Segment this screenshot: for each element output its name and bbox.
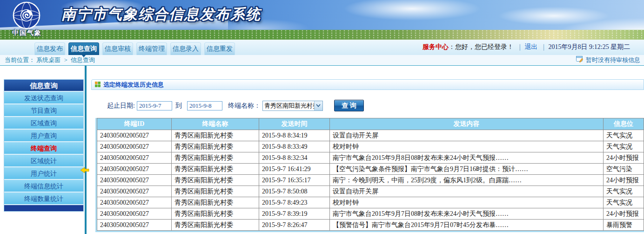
pending-audit-text: 暂时没有待审核信息 [586, 56, 640, 64]
sidebar-menu: 信息查询 发送状态查询 节目查询 区域查询 用户查询 终端查询 区域统计 用户统… [4, 79, 84, 212]
cell-terminal-name: 青秀区南阳新光村委 [172, 175, 259, 186]
history-table-wrapper: 终端ID 终端名称 发送时间 发送内容 信息位 240305002005027 … [95, 118, 644, 232]
separator: ｜ [541, 43, 547, 50]
cell-terminal-name: 青秀区南阳新光村委 [172, 197, 259, 208]
sidebar-item-send-status-query[interactable]: 发送状态查询 [4, 92, 83, 104]
cell-info-slot: 天气实况 [604, 141, 644, 152]
panel-title: 选定终端发送历史信息 [103, 81, 164, 89]
cell-info-slot: 24小时预报 [604, 175, 644, 186]
table-header-row: 终端ID 终端名称 发送时间 发送内容 信息位 [97, 118, 644, 130]
nav-tabs: 信息发布 信息查询 信息审核 终端管理 信息录入 信息重发 [34, 42, 235, 55]
cell-terminal-id: 240305002005027 [97, 141, 172, 152]
table-row[interactable]: 240305002005027 青秀区南阳新光村委 2015-9-8 8:33:… [97, 141, 644, 152]
sidebar-item-user-query[interactable]: 用户查询 [4, 130, 83, 142]
cell-send-content: 【空气污染气象条件预报】南宁市气象台9月7日16时提供：预计…… [330, 164, 604, 175]
tab-info-entry[interactable]: 信息录入 [170, 42, 201, 55]
tab-terminal-manage[interactable]: 终端管理 [136, 42, 167, 55]
table-row[interactable]: 240305002005027 青秀区南阳新光村委 2015-9-7 8:26:… [97, 220, 644, 231]
history-table: 终端ID 终端名称 发送时间 发送内容 信息位 240305002005027 … [97, 118, 644, 231]
cell-terminal-name: 青秀区南阳新光村委 [172, 164, 259, 175]
date-from-input[interactable] [137, 101, 172, 110]
breadcrumb-label: 当前位置： [5, 56, 35, 63]
sidebar-item-terminal-query[interactable]: 终端查询 [4, 142, 83, 155]
search-button[interactable]: 查 询 [334, 100, 364, 111]
cell-send-content: 【预警信号】南宁市气象台2015年9月7日07时45分发布暴…… [330, 220, 604, 231]
cell-terminal-name: 青秀区南阳新光村委 [172, 208, 259, 220]
table-row[interactable]: 240305002005027 青秀区南阳新光村委 2015-9-7 16:35… [97, 175, 644, 186]
sidebar-item-region-stats[interactable]: 区域统计 [4, 155, 83, 167]
cell-info-slot: 天气实况 [604, 130, 644, 141]
cell-terminal-id: 240305002005027 [97, 130, 172, 141]
cell-terminal-name: 青秀区南阳新光村委 [172, 220, 259, 231]
main-nav: 信息发布 信息查询 信息审核 终端管理 信息录入 信息重发 服务中心：您好，您已… [0, 40, 644, 55]
breadcrumb-home[interactable]: 系统桌面 [36, 56, 60, 63]
logout-link[interactable]: 退出 [524, 43, 537, 50]
terminal-select[interactable]: 青秀区南阳新光村委 [262, 101, 323, 111]
col-send-content: 发送内容 [330, 118, 604, 130]
cell-terminal-name: 青秀区南阳新光村委 [172, 141, 259, 152]
terminal-name-label: 终端名称： [228, 102, 261, 110]
cell-send-time: 2015-9-8 8:32:34 [259, 152, 330, 164]
col-terminal-id: 终端ID [97, 118, 172, 130]
cell-terminal-id: 240305002005027 [97, 164, 172, 175]
sidebar-item-terminal-count-stats[interactable]: 终端数量统计 [4, 193, 83, 205]
grid-icon [95, 81, 101, 89]
login-greeting: ：您好，您已经登录！ [449, 43, 514, 50]
tab-info-query[interactable]: 信息查询 [68, 42, 99, 55]
cell-terminal-id: 240305002005027 [97, 152, 172, 164]
cell-send-content: 设置自动开关屏 [330, 130, 604, 141]
cell-terminal-name: 青秀区南阳新光村委 [172, 186, 259, 197]
table-row[interactable]: 240305002005027 青秀区南阳新光村委 2015-9-7 8:50:… [97, 186, 644, 197]
table-row[interactable]: 240305002005027 青秀区南阳新光村委 2015-9-7 8:39:… [97, 208, 644, 220]
cell-info-slot: 24小时预报 [604, 208, 644, 220]
to-label: 到 [175, 102, 182, 110]
tab-info-resend[interactable]: 信息重发 [204, 42, 235, 55]
cell-terminal-name: 青秀区南阳新光村委 [172, 130, 259, 141]
banner: 中国气象 南宁市气象综合信息发布系统 [0, 0, 644, 40]
cell-terminal-id: 240305002005027 [97, 220, 172, 231]
col-info-slot: 信息位 [604, 118, 644, 130]
cell-terminal-id: 240305002005027 [97, 208, 172, 220]
date-to-input[interactable] [187, 101, 222, 110]
sidebar-item-terminal-info-stats[interactable]: 终端信息统计 [4, 180, 83, 193]
table-row[interactable]: 240305002005027 青秀区南阳新光村委 2015-9-8 8:34:… [97, 130, 644, 141]
cell-info-slot: 24小时预报 [604, 152, 644, 164]
breadcrumb-current: 信息查询 [71, 56, 95, 63]
panel-header: 选定终端发送历史信息 [91, 79, 644, 90]
cell-info-slot: 暴雨预警 [604, 220, 644, 231]
cma-logo-icon [12, 1, 41, 30]
sidebar-item-program-query[interactable]: 节目查询 [4, 104, 83, 117]
sidebar-footer-bar [4, 205, 83, 211]
cell-send-time: 2015-9-7 8:39:19 [259, 208, 330, 220]
cell-send-time: 2015-9-7 16:41:29 [259, 164, 330, 175]
sidebar-item-user-stats[interactable]: 用户统计 [4, 167, 83, 180]
cell-info-slot: 天气实况 [604, 186, 644, 197]
content-divider [85, 66, 87, 234]
cell-send-time: 2015-9-8 8:34:19 [259, 130, 330, 141]
cell-send-time: 2015-9-7 8:49:23 [259, 197, 330, 208]
cell-send-content: 设置自动开关屏 [330, 186, 604, 197]
cell-terminal-id: 240305002005027 [97, 197, 172, 208]
table-row[interactable]: 240305002005027 青秀区南阳新光村委 2015-9-7 8:49:… [97, 197, 644, 208]
terminal-select-value: 青秀区南阳新光村委 [263, 102, 314, 110]
sidebar-collapse-arrow-icon[interactable] [80, 167, 89, 175]
cell-send-time: 2015-9-8 8:33:49 [259, 141, 330, 152]
user-info-bar: 服务中心：您好，您已经登录！ ｜退出 ｜2015年9月8日 9:12:25 星期… [423, 43, 630, 51]
tab-info-audit[interactable]: 信息审核 [102, 42, 133, 55]
breadcrumb: 当前位置： 系统桌面 > 信息查询 [0, 55, 644, 66]
sidebar-title: 信息查询 [4, 80, 83, 92]
pending-audit-notice: 暂时没有待审核信息 [576, 56, 640, 64]
table-row[interactable]: 240305002005027 青秀区南阳新光村委 2015-9-8 8:32:… [97, 152, 644, 164]
chevron-down-icon[interactable] [314, 101, 322, 110]
cell-info-slot: 天气实况 [604, 197, 644, 208]
service-center-label: 服务中心 [423, 43, 449, 50]
cell-terminal-id: 240305002005027 [97, 175, 172, 186]
table-row[interactable]: 240305002005027 青秀区南阳新光村委 2015-9-7 16:41… [97, 164, 644, 175]
tab-info-publish[interactable]: 信息发布 [34, 42, 65, 55]
cell-send-content: 校对时钟 [330, 197, 604, 208]
cell-send-content: 南宁市气象台2015年9月8日08时发布未来24小时天气预报…… [330, 152, 604, 164]
current-datetime: 2015年9月8日 9:12:25 星期二 [548, 43, 630, 50]
site-title: 南宁市气象综合信息发布系统 [61, 5, 261, 24]
sidebar-item-region-query[interactable]: 区域查询 [4, 117, 83, 130]
cell-send-content: 南宁：今晚到明天，中雨，25到29度，偏东风1到2级。白露踹…… [330, 175, 604, 186]
